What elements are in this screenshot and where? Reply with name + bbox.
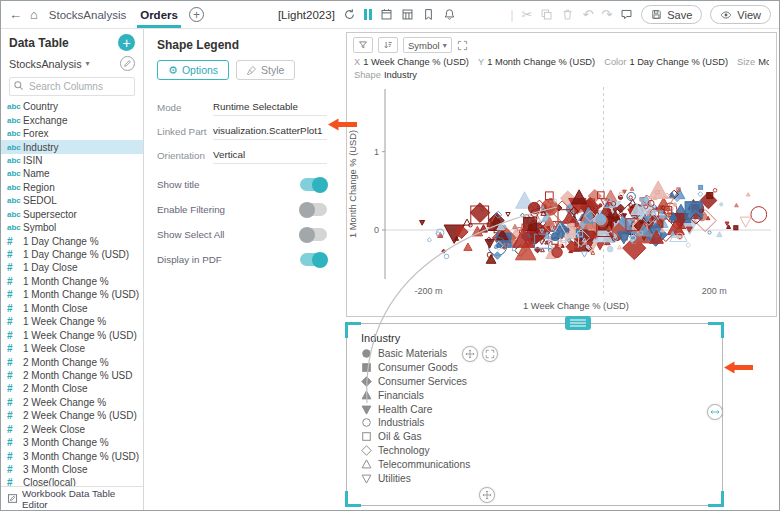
- add-dashboard-icon[interactable]: +: [189, 7, 204, 22]
- column-item-2-week-change[interactable]: #2 Week Change %: [1, 396, 143, 409]
- delete-icon: [561, 8, 574, 21]
- legend-item-consumer-services[interactable]: Consumer Services: [347, 375, 722, 389]
- search-icon: [13, 80, 24, 91]
- move-handle-bottom[interactable]: [479, 487, 495, 503]
- resize-horizontal-handle[interactable]: [707, 404, 723, 420]
- toggle-switch-enable-filtering[interactable]: [300, 203, 327, 216]
- column-item-1-day-change[interactable]: #1 Day Change %: [1, 234, 143, 247]
- column-item-region[interactable]: abcRegion: [1, 181, 143, 194]
- column-item-2-week-close[interactable]: #2 Week Close: [1, 423, 143, 436]
- column-item-2-month-close[interactable]: #2 Month Close: [1, 382, 143, 395]
- column-item-supersector[interactable]: abcSupersector: [1, 208, 143, 221]
- legend-item-health-care[interactable]: Health Care: [347, 402, 722, 416]
- legend-item-utilities[interactable]: Utilities: [347, 471, 722, 485]
- fit-icon[interactable]: [457, 40, 468, 51]
- sort-icon[interactable]: [378, 37, 398, 53]
- column-item-1-week-close[interactable]: #1 Week Close: [1, 342, 143, 355]
- column-item-3-month-change[interactable]: #3 Month Change %: [1, 436, 143, 449]
- settings-tabs: ⚙ Options Style: [145, 60, 342, 84]
- edit-data-table-button[interactable]: [120, 56, 135, 71]
- column-item-symbol[interactable]: abcSymbol: [1, 221, 143, 234]
- column-item-name[interactable]: abcName: [1, 167, 143, 180]
- legend-tab-icon[interactable]: [565, 316, 591, 330]
- column-item-2-month-change-usd[interactable]: #2 Month Change % USD: [1, 369, 143, 382]
- refresh-icon[interactable]: [343, 8, 356, 21]
- toggle-switch-show-select-all[interactable]: [300, 228, 327, 241]
- column-name: 1 Week Change %: [23, 316, 106, 327]
- column-item-sedol[interactable]: abcSEDOL: [1, 194, 143, 207]
- column-item-3-month-close[interactable]: #3 Month Close: [1, 463, 143, 476]
- binding-value: Mcap(USD): [758, 57, 769, 67]
- binding-color[interactable]: Color1 Day Change % (USD): [604, 56, 728, 69]
- binding-y[interactable]: Y1 Month Change % (USD): [478, 56, 595, 69]
- layout-grid-icon[interactable]: [401, 8, 414, 21]
- save-button[interactable]: Save: [641, 5, 702, 24]
- tab-stocksanalysis[interactable]: StocksAnalysis: [46, 1, 129, 28]
- column-name: 2 Week Close: [23, 424, 85, 435]
- data-table-selector[interactable]: StocksAnalysis ▾: [1, 54, 143, 73]
- column-item-1-month-change-usd[interactable]: #1 Month Change % (USD): [1, 288, 143, 301]
- filter-icon[interactable]: [353, 37, 373, 53]
- binding-key: Shape: [354, 70, 381, 80]
- column-item-1-month-close[interactable]: #1 Month Close: [1, 302, 143, 315]
- legend-item-basic-materials[interactable]: Basic Materials: [347, 347, 722, 361]
- binding-size[interactable]: SizeMcap(USD): [737, 56, 769, 69]
- add-data-table-button[interactable]: +: [118, 34, 135, 51]
- calendar-icon[interactable]: [380, 8, 393, 21]
- legend-item-telecommunications[interactable]: Telecommunications: [347, 457, 722, 471]
- symbol-dropdown[interactable]: Symbol ▾: [403, 37, 452, 53]
- numeric-column-icon: #: [7, 276, 23, 287]
- bookmark-icon[interactable]: [422, 8, 435, 21]
- search-columns-input[interactable]: [9, 77, 135, 96]
- legend-item-technology[interactable]: Technology: [347, 444, 722, 458]
- column-name: 2 Month Change %: [23, 357, 109, 368]
- workbook-data-table-editor-link[interactable]: Workbook Data Table Editor: [1, 486, 143, 510]
- view-button[interactable]: View: [710, 5, 771, 24]
- column-item-isin[interactable]: abcISIN: [1, 154, 143, 167]
- expand-handle[interactable]: [482, 346, 498, 362]
- column-item-1-day-change-usd[interactable]: #1 Day Change % (USD): [1, 248, 143, 261]
- legend-item-consumer-goods[interactable]: Consumer Goods: [347, 361, 722, 375]
- visualization-toolbar: Symbol ▾: [347, 33, 776, 55]
- shape-legend-part[interactable]: Industry Basic MaterialsConsumer GoodsCo…: [346, 323, 723, 506]
- column-item-exchange[interactable]: abcExchange: [1, 113, 143, 126]
- binding-x[interactable]: X1 Week Change % (USD): [354, 56, 469, 69]
- toggle-switch-show-title[interactable]: [300, 178, 327, 191]
- field-value-input[interactable]: visualization.ScatterPlot1: [213, 123, 327, 140]
- numeric-column-icon: #: [7, 316, 23, 327]
- style-tab-button[interactable]: Style: [236, 60, 295, 80]
- column-item-close-local[interactable]: #Close(local): [1, 476, 143, 486]
- column-item-1-day-close[interactable]: #1 Day Close: [1, 261, 143, 274]
- column-item-2-month-change[interactable]: #2 Month Change %: [1, 355, 143, 368]
- toggle-switch-display-in-pdf[interactable]: [300, 253, 327, 266]
- tab-orders[interactable]: Orders: [137, 1, 181, 28]
- legend-item-financials[interactable]: Financials: [347, 388, 722, 402]
- column-item-1-month-change[interactable]: #1 Month Change %: [1, 275, 143, 288]
- comments-icon[interactable]: [620, 8, 633, 21]
- column-name: Supersector: [23, 209, 77, 220]
- column-item-3-month-change-usd[interactable]: #3 Month Change % (USD): [1, 449, 143, 462]
- field-value-input[interactable]: Vertical: [213, 147, 327, 164]
- column-item-country[interactable]: abcCountry: [1, 100, 143, 113]
- column-item-1-week-change-usd[interactable]: #1 Week Change % (USD): [1, 328, 143, 341]
- column-item-forex[interactable]: abcForex: [1, 127, 143, 140]
- binding-shape[interactable]: ShapeIndustry: [354, 69, 417, 82]
- legend-item-industrials[interactable]: Industrials: [347, 416, 722, 430]
- scatter-plot[interactable]: 01-200 m200 m1 Week Change % (USD)1 Mont…: [347, 83, 776, 316]
- column-name: 1 Month Change % (USD): [23, 289, 139, 300]
- pause-icon[interactable]: [364, 9, 373, 20]
- column-item-2-week-change-usd[interactable]: #2 Week Change % (USD): [1, 409, 143, 422]
- column-item-1-week-change[interactable]: #1 Week Change %: [1, 315, 143, 328]
- options-tab-button[interactable]: ⚙ Options: [157, 60, 229, 80]
- binding-value: 1 Month Change % (USD): [487, 57, 595, 67]
- back-icon[interactable]: ←: [9, 8, 22, 21]
- notifications-bell-icon[interactable]: [443, 8, 456, 21]
- move-handle[interactable]: [462, 346, 478, 362]
- numeric-column-icon: #: [7, 357, 23, 368]
- field-value-input[interactable]: Runtime Selectable: [213, 99, 327, 116]
- legend-item-oil-gas[interactable]: Oil & Gas: [347, 430, 722, 444]
- axis-bindings: X1 Week Change % (USD)Y1 Month Change % …: [347, 55, 776, 82]
- home-icon[interactable]: ⌂: [30, 8, 38, 21]
- workbook-theme-selector[interactable]: [Light2023]: [278, 9, 335, 21]
- column-item-industry[interactable]: abcIndustry: [1, 140, 143, 153]
